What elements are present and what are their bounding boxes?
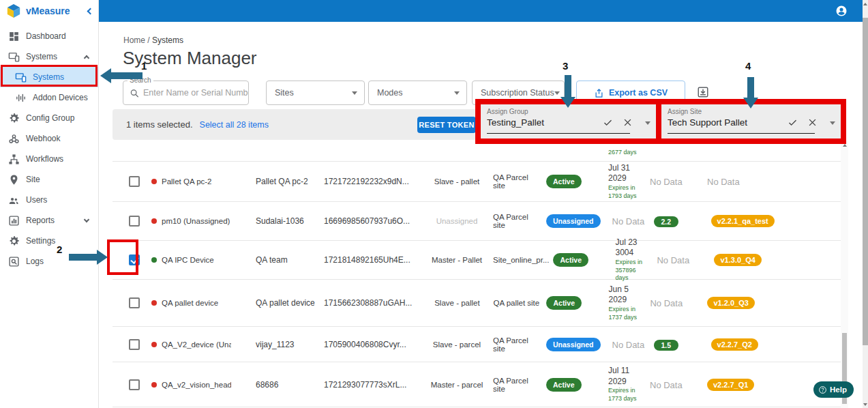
annotation-arrow-2 xyxy=(69,250,108,265)
site-text: QA Parcel site xyxy=(488,173,542,190)
version-download-icon[interactable] xyxy=(761,297,773,309)
expiry-no-data: No Data xyxy=(612,216,645,227)
table-row: QA_v2_vision_head 68686 1721293077773sXr… xyxy=(113,362,842,407)
sidebar-item-webhook[interactable]: Webhook xyxy=(0,128,98,149)
export-csv-label: Export as CSV xyxy=(609,88,668,98)
mode-text: Unassigned xyxy=(426,217,488,225)
version-download-icon[interactable] xyxy=(760,379,773,391)
sidebar-item-label: Site xyxy=(26,175,98,184)
sidebar-item-reports[interactable]: Reports xyxy=(0,210,98,231)
assign-group-value[interactable]: Testing_Pallet xyxy=(487,117,603,128)
status-dot xyxy=(151,218,157,224)
sidebar-item-dashboard[interactable]: Dashboard xyxy=(0,26,98,46)
sidebar-item-config-group[interactable]: Config Group xyxy=(0,108,98,128)
help-label: Help xyxy=(830,385,847,394)
row-checkbox[interactable] xyxy=(129,216,140,227)
sidebar-item-settings[interactable]: Settings xyxy=(0,231,98,251)
row-checkbox[interactable] xyxy=(129,254,140,265)
copy-icon[interactable] xyxy=(415,255,425,265)
modes-filter-dropdown[interactable]: Modes xyxy=(368,81,467,105)
scroll-down-icon[interactable] xyxy=(863,403,867,406)
dropdown-caret-icon[interactable] xyxy=(830,121,835,125)
sidebar-item-site[interactable]: Site xyxy=(0,169,98,190)
scroll-up-icon[interactable] xyxy=(863,3,867,5)
search-icon xyxy=(130,88,139,98)
scroll-up-icon[interactable] xyxy=(843,144,847,147)
export-icon xyxy=(594,88,604,98)
row-checkbox[interactable] xyxy=(129,379,140,390)
sidebar-item-users[interactable]: Users xyxy=(0,190,98,210)
expiry-date: Jul 11 xyxy=(608,366,641,377)
select-all-link[interactable]: Select all 28 items xyxy=(200,120,269,130)
subscription-status-badge: Active xyxy=(546,175,582,188)
sidebar-item-addon-devices[interactable]: Addon Devices xyxy=(0,87,98,108)
cancel-x-icon[interactable] xyxy=(807,117,818,128)
dashboard-icon xyxy=(8,31,20,42)
table-scrollbar[interactable] xyxy=(841,141,848,408)
sidebar-collapse-icon[interactable] xyxy=(87,8,94,14)
logs-icon xyxy=(8,256,20,267)
copy-icon[interactable] xyxy=(411,380,421,390)
system-name: QA_v2_vision_head xyxy=(162,381,231,389)
edit-pencil-icon[interactable] xyxy=(220,256,228,265)
meter-version-badge: 1.5 xyxy=(654,340,679,351)
confirm-check-icon[interactable] xyxy=(603,117,613,128)
reset-token-button[interactable]: RESET TOKEN xyxy=(417,117,476,133)
expiry-days: 357896 days xyxy=(615,267,648,282)
version-download-icon[interactable] xyxy=(781,215,793,227)
display-name: QA team xyxy=(245,255,320,265)
table-row: QA_V2_device (Unassign... vijay_1123 170… xyxy=(113,327,842,362)
edit-pencil-icon[interactable] xyxy=(237,380,245,389)
account-circle-icon[interactable] xyxy=(835,5,848,17)
edit-pencil-icon[interactable] xyxy=(237,340,245,349)
confirm-check-icon[interactable] xyxy=(788,117,798,128)
sidebar-item-chevron-icon xyxy=(84,55,89,60)
sidebar-item-systems[interactable]: Systems xyxy=(0,67,98,87)
status-dot xyxy=(151,342,157,347)
cancel-x-icon[interactable] xyxy=(623,117,633,128)
expiry-date: Jul 23 xyxy=(615,237,648,248)
expiry-date: Jun 5 xyxy=(608,285,641,295)
row-checkbox[interactable] xyxy=(129,176,140,187)
table-row: pm10 (Unassigned) Sudalai-1036 166969856… xyxy=(113,202,842,241)
copy-icon[interactable] xyxy=(415,216,424,226)
serial-number: 1721293077773sXrL... xyxy=(324,380,406,390)
sidebar-item-label: Dashboard xyxy=(26,31,98,41)
assign-site-value[interactable]: Tech Support Pallet xyxy=(668,117,788,128)
page-scrollbar-thumb[interactable] xyxy=(863,18,868,345)
row-checkbox[interactable] xyxy=(129,339,140,350)
serial-number: 16696985607937u6O... xyxy=(324,216,410,226)
copy-icon[interactable] xyxy=(414,177,423,186)
sidebar-item-label: Config Group xyxy=(26,113,98,123)
system-name: QA pallet device xyxy=(162,299,218,307)
sidebar-item-label: Users xyxy=(26,195,98,205)
breadcrumb-home[interactable]: Home xyxy=(123,35,145,45)
reports-icon xyxy=(8,215,20,227)
sidebar-item-systems[interactable]: Systems xyxy=(0,46,98,67)
copy-icon[interactable] xyxy=(411,340,421,349)
status-dot xyxy=(151,382,157,388)
version-download-icon[interactable] xyxy=(764,338,777,351)
help-button[interactable]: Help xyxy=(813,381,854,398)
sites-filter-dropdown[interactable]: Sites xyxy=(266,81,365,105)
system-manager-screen: vMeasure Dashboard Systems Systems Addon… xyxy=(0,0,868,408)
table-row: QA pallet device QA pallet device 171566… xyxy=(113,280,842,327)
subscription-status-label: Subscription Status xyxy=(481,88,554,98)
mode-text: Master - Pallet xyxy=(426,256,488,264)
meter-no-data: No Data xyxy=(650,298,683,308)
dropdown-caret-icon[interactable] xyxy=(645,121,650,125)
row-checkbox[interactable] xyxy=(129,297,140,308)
display-name: QA pallet device xyxy=(245,298,320,308)
app-version-badge: v2.2.7_Q1 xyxy=(707,379,754,391)
site-text: QA Parcel site xyxy=(488,213,542,229)
edit-pencil-icon[interactable] xyxy=(224,299,233,308)
table-row: QA IPC Device QA team 1721814892165Uh4E.… xyxy=(113,241,842,280)
page-scrollbar[interactable] xyxy=(863,0,868,408)
edit-pencil-icon[interactable] xyxy=(218,177,226,186)
sidebar-item-workflows[interactable]: Workflows xyxy=(0,149,98,169)
download-report-icon[interactable] xyxy=(697,86,709,98)
version-download-icon[interactable] xyxy=(768,254,780,266)
copy-icon[interactable] xyxy=(417,298,426,308)
search-input[interactable]: Enter Name or Serial Number xyxy=(123,81,249,105)
edit-pencil-icon[interactable] xyxy=(235,217,244,226)
